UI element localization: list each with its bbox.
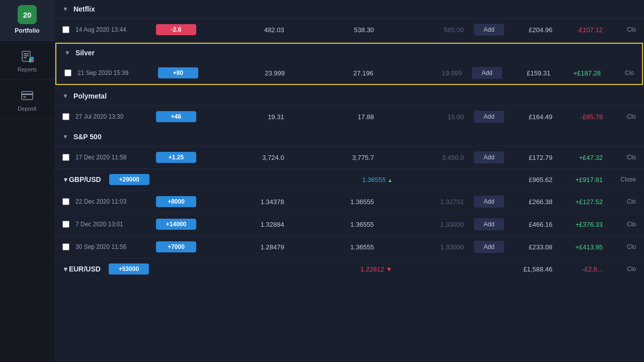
svg-rect-1 (24, 53, 29, 54)
close-section-eurusd[interactable]: Clo (611, 265, 636, 273)
current-price: 1.36555 (294, 198, 384, 206)
trade-badge: +8000 (156, 196, 196, 207)
trade-date: 22 Dec 2020 11:03 (75, 198, 156, 205)
section-badge-gbpusd: +29000 (109, 174, 149, 185)
section-polymetal[interactable]: ▼ Polymetal (54, 87, 644, 105)
add-button[interactable]: Add (474, 24, 504, 36)
trade-date: 21 Sep 2020 15:39 (77, 69, 158, 76)
close-button[interactable]: Clo (611, 198, 636, 205)
chevron-netflix: ▼ (62, 6, 68, 13)
stop-price: 1.33000 (384, 243, 474, 251)
chevron-silver: ▼ (64, 49, 70, 56)
sidebar: 20 Portfolio Reports Deposit (0, 0, 54, 362)
close-button[interactable]: Clo (609, 69, 634, 76)
section-title-eurusd: EUR/USD (69, 265, 101, 273)
chevron-polymetal: ▼ (62, 93, 68, 100)
svg-rect-3 (24, 57, 27, 58)
section-netflix[interactable]: ▼ Netflix (54, 0, 644, 18)
trade-date: 17 Dec 2020 11:58 (75, 154, 156, 161)
current-price: 3,775.7 (294, 154, 384, 161)
trade-pnl: +£376.33 (560, 221, 611, 228)
main-content: ▼ Netflix 14 Aug 2020 13:44 -2.6 482.03 … (54, 0, 644, 362)
stop-price: 15.00 (384, 113, 474, 121)
close-button[interactable]: Clo (611, 26, 636, 33)
current-price: 17.88 (294, 113, 384, 121)
close-section-gbpusd[interactable]: Close (611, 176, 636, 183)
svg-rect-9 (23, 97, 26, 98)
svg-rect-2 (24, 55, 29, 56)
trade-value: £233.08 (510, 243, 560, 251)
trade-pnl: -£107.12 (560, 26, 611, 34)
row-checkbox[interactable] (64, 69, 71, 76)
trade-badge: -2.6 (156, 24, 196, 35)
add-button[interactable]: Add (474, 196, 504, 208)
stop-price: 3,450.0 (384, 154, 474, 161)
open-price: 23.999 (206, 69, 295, 77)
trade-pnl: +£47.32 (560, 154, 611, 161)
add-button[interactable]: Add (474, 241, 504, 253)
section-sp500[interactable]: ▼ S&P 500 (54, 128, 644, 146)
table-row-highlighted: 21 Sep 2020 15:39 +80 23.999 27.196 19.9… (55, 62, 643, 85)
section-silver[interactable]: ▼ Silver (55, 43, 643, 62)
trade-badge: +46 (156, 111, 196, 122)
trade-badge: +1.25 (156, 152, 196, 163)
add-button[interactable]: Add (472, 67, 502, 79)
portfolio-label: Portfolio (15, 27, 39, 34)
table-row: 7 Dec 2020 13:01 +14000 1.32884 1.36555 … (54, 213, 644, 235)
section-title-sp500: S&P 500 (73, 133, 102, 141)
sidebar-item-deposit[interactable]: Deposit (0, 80, 54, 119)
section-eurusd[interactable]: ▼ EUR/USD +53000 1.22812 ▼ £1,588.46 -£2… (54, 258, 644, 280)
close-button[interactable]: Clo (611, 154, 636, 161)
section-pnl-gbpusd: +£917.81 (560, 176, 611, 184)
table-row: 30 Sep 2020 11:56 +7000 1.28479 1.36555 … (54, 235, 644, 258)
svg-rect-8 (22, 94, 33, 95)
section-title-polymetal: Polymetal (73, 92, 107, 100)
stop-price: 1.33000 (384, 221, 474, 228)
current-price: 1.36555 (294, 221, 384, 228)
add-button[interactable]: Add (474, 151, 504, 163)
add-button[interactable]: Add (474, 218, 504, 230)
stop-price: 1.32751 (384, 198, 474, 206)
svg-rect-7 (22, 92, 33, 100)
open-price: 1.28479 (204, 243, 294, 251)
trade-value: £159.31 (508, 69, 558, 77)
row-checkbox[interactable] (62, 154, 69, 161)
current-price: 27.196 (295, 69, 383, 77)
open-price: 3,724.0 (204, 154, 294, 161)
trade-pnl: +£187.28 (558, 69, 609, 77)
row-checkbox[interactable] (62, 113, 69, 120)
trade-value: £204.96 (510, 26, 560, 34)
close-button[interactable]: Clo (611, 243, 636, 250)
sidebar-item-reports[interactable]: Reports (0, 41, 54, 80)
trade-pnl: +£127.52 (560, 198, 611, 206)
section-gbpusd[interactable]: ▼ GBP/USD +29000 1.36555 ▲ £965.62 +£917… (54, 168, 644, 190)
row-checkbox[interactable] (62, 221, 69, 228)
portfolio-icon: 20 (18, 5, 37, 24)
sidebar-portfolio[interactable]: 20 Portfolio (0, 0, 54, 41)
chevron-sp500: ▼ (62, 133, 68, 140)
trade-badge: +7000 (156, 241, 196, 252)
open-price: 1.32884 (204, 221, 294, 228)
open-price: 482.03 (204, 26, 294, 34)
row-checkbox[interactable] (62, 198, 69, 205)
open-price: 19.31 (204, 113, 294, 121)
stop-price: 585.00 (384, 26, 474, 34)
trade-badge: +14000 (156, 219, 196, 230)
row-checkbox[interactable] (62, 26, 69, 33)
close-button[interactable]: Clo (611, 113, 636, 120)
trade-value: £164.49 (510, 113, 560, 121)
section-badge-eurusd: +53000 (109, 263, 149, 275)
section-value-eurusd: £1,588.46 (510, 265, 560, 273)
trade-date: 27 Jul 2020 13:30 (75, 113, 156, 120)
table-row: 27 Jul 2020 13:30 +46 19.31 17.88 15.00 … (54, 105, 644, 128)
trade-pnl: +£413.95 (560, 243, 611, 251)
up-arrow-icon: ▲ (387, 177, 392, 183)
stop-price: 19.999 (383, 69, 472, 77)
current-price: 1.36555 (294, 243, 384, 251)
add-button[interactable]: Add (474, 111, 504, 123)
deposit-icon (20, 89, 34, 103)
table-row: 17 Dec 2020 11:58 +1.25 3,724.0 3,775.7 … (54, 146, 644, 168)
row-checkbox[interactable] (62, 243, 69, 250)
section-title-silver: Silver (75, 49, 95, 57)
close-button[interactable]: Clo (611, 221, 636, 228)
